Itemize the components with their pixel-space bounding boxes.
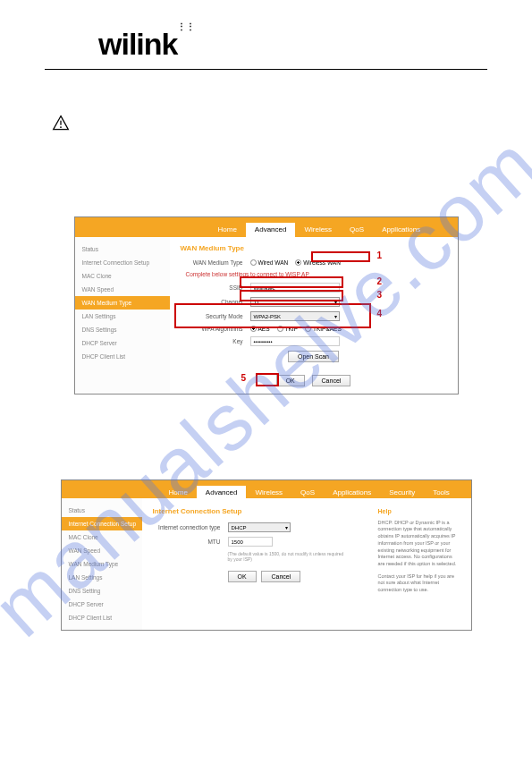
input-ssid[interactable]: Wilinktec	[250, 283, 340, 293]
sb2-wanspeed[interactable]: WAN Speed	[62, 544, 142, 557]
tab2-home[interactable]: Home	[160, 486, 197, 498]
callout-num-1: 1	[377, 250, 383, 260]
screenshot-internet-setup: Home Advanced Wireless QoS Applications …	[61, 479, 472, 631]
callout-num-5: 5	[241, 373, 247, 383]
label-wpa-alg: WPA Algorithms	[181, 326, 250, 332]
sidebar-item-mac[interactable]: MAC Clone	[75, 269, 170, 283]
label-key: Key	[181, 338, 250, 344]
form-panel: Internet Connection Setup Internet conne…	[153, 507, 367, 621]
radio-wireless[interactable]: Wireless WAN	[295, 259, 341, 266]
screenshot-wan-medium: Home Advanced Wireless QoS Applications …	[74, 216, 459, 394]
svg-point-1	[60, 126, 62, 128]
cancel2-button[interactable]: Cancel	[261, 571, 300, 582]
tab2-wireless[interactable]: Wireless	[246, 486, 291, 498]
radio-wired[interactable]: Wired WAN	[250, 259, 289, 266]
radio-wired-label: Wired WAN	[258, 259, 289, 266]
tab2-advanced[interactable]: Advanced	[197, 486, 247, 498]
label-mtu: MTU	[153, 539, 228, 545]
tab2-applications[interactable]: Applications	[324, 486, 380, 498]
sidebar: Status Internet Connection Setup MAC Clo…	[75, 237, 170, 394]
tab2-qos[interactable]: QoS	[291, 486, 324, 498]
tab-advanced[interactable]: Advanced	[246, 223, 296, 237]
ok-button[interactable]: OK	[276, 375, 305, 386]
complete-note: Complete below settings to connect to WI…	[186, 271, 447, 277]
label-security: Security Mode	[181, 313, 250, 319]
sidebar-item-status[interactable]: Status	[75, 242, 170, 256]
sb2-dns[interactable]: DNS Setting	[62, 584, 142, 598]
help-body-1: DHCP: DHCP or Dynamic IP is a connection…	[378, 520, 460, 568]
help-body-2: Contact your ISP for help if you are not…	[378, 573, 460, 594]
sidebar-2: Status Internet Connection Setup MAC Clo…	[62, 498, 142, 630]
open-scan-button[interactable]: Open Scan	[288, 351, 339, 362]
help-panel: Help DHCP: DHCP or Dynamic IP is a conne…	[378, 507, 460, 621]
sb2-dhcpserver[interactable]: DHCP Server	[62, 598, 142, 611]
tab-applications[interactable]: Applications	[373, 223, 429, 237]
tab2-security[interactable]: Security	[380, 486, 424, 498]
panel-title: WAN Medium Type	[181, 244, 447, 252]
select-channel[interactable]: 11	[250, 297, 340, 307]
select-security[interactable]: WPA2-PSK	[250, 311, 340, 321]
tab-bar: Home Advanced Wireless QoS Applications	[75, 223, 458, 237]
tab-qos[interactable]: QoS	[341, 223, 373, 237]
label-ssid: SSID	[181, 284, 250, 291]
logo-text: wilink	[98, 27, 434, 62]
mtu-note: (The default value is 1500, do not modif…	[228, 551, 344, 562]
warning-icon	[52, 115, 70, 132]
sb2-mac[interactable]: MAC Clone	[62, 530, 142, 544]
sb2-lan[interactable]: LAN Settings	[62, 571, 142, 584]
ok2-button[interactable]: OK	[228, 571, 257, 582]
sidebar-item-wanmedium[interactable]: WAN Medium Type	[75, 296, 170, 310]
radio-aes-label: AES	[258, 326, 270, 332]
label-channel: Channel	[181, 299, 250, 305]
sb2-dhcpclient[interactable]: DHCP Client List	[62, 611, 142, 624]
select-conn-type[interactable]: DHCP	[228, 522, 291, 532]
label-wan-medium: WAN Medium Type	[181, 259, 250, 266]
tab-home[interactable]: Home	[209, 223, 246, 237]
sb2-wanmedium[interactable]: WAN Medium Type	[62, 557, 142, 571]
help-title: Help	[378, 507, 460, 516]
sidebar-item-wanspeed[interactable]: WAN Speed	[75, 283, 170, 296]
radio-tkipaes-label: TKIP&AES	[313, 326, 342, 332]
radio-aes[interactable]: AES	[250, 326, 270, 332]
radio-tkip-label: TKIP	[285, 326, 298, 332]
sidebar-item-dns[interactable]: DNS Settings	[75, 323, 170, 336]
sb2-status[interactable]: Status	[62, 504, 142, 517]
panel2-title: Internet Connection Setup	[153, 507, 367, 515]
tab-bar-2: Home Advanced Wireless QoS Applications …	[62, 486, 471, 498]
callout-num-2: 2	[377, 276, 383, 286]
page-header: wilink	[45, 0, 487, 70]
callout-num-3: 3	[377, 290, 383, 300]
tab2-tools[interactable]: Tools	[424, 486, 459, 498]
sidebar-item-lan[interactable]: LAN Settings	[75, 310, 170, 323]
radio-wireless-label: Wireless WAN	[303, 259, 341, 266]
cancel-button[interactable]: Cancel	[312, 375, 351, 386]
main-panel: WAN Medium Type WAN Medium Type Wired WA…	[170, 237, 458, 394]
callout-num-4: 4	[377, 309, 383, 318]
sidebar-item-dhcpserver[interactable]: DHCP Server	[75, 336, 170, 350]
radio-tkip[interactable]: TKIP	[277, 326, 298, 332]
sidebar-item-dhcpclient[interactable]: DHCP Client List	[75, 350, 170, 363]
input-mtu[interactable]: 1500	[228, 537, 273, 547]
sidebar-item-ics[interactable]: Internet Connection Setup	[75, 256, 170, 269]
input-key[interactable]: ••••••••••	[250, 336, 340, 346]
sb2-ics[interactable]: Internet Connection Setup	[62, 517, 142, 530]
radio-tkipaes[interactable]: TKIP&AES	[305, 326, 342, 332]
label-conn-type: Internet connection type	[153, 524, 228, 530]
tab-wireless[interactable]: Wireless	[295, 223, 341, 237]
